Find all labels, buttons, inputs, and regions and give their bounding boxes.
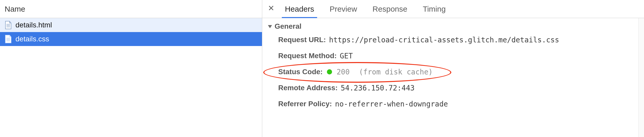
kv-request-method: Request Method: GET — [278, 50, 638, 62]
tab-timing[interactable]: Timing — [415, 0, 453, 18]
request-name: details.css — [15, 35, 49, 43]
kv-value: https://preload-critical-assets.glitch.m… — [329, 36, 559, 44]
requests-list: details.html details.css — [0, 18, 262, 137]
status-dot-icon — [327, 69, 332, 74]
status-code-note: (from disk cache) — [353, 68, 433, 76]
name-column-header: Name — [5, 5, 25, 13]
tab-headers[interactable]: Headers — [277, 0, 322, 18]
kv-key: Status Code: — [278, 68, 323, 76]
requests-list-header[interactable]: Name — [0, 0, 262, 18]
general-kv-list: Request URL: https://preload-critical-as… — [268, 33, 638, 110]
chevron-down-icon — [268, 25, 272, 28]
tab-response[interactable]: Response — [365, 0, 415, 18]
headers-section-body: General Request URL: https://preload-cri… — [262, 18, 644, 137]
request-row-details-css[interactable]: details.css — [0, 32, 262, 46]
kv-referrer-policy: Referrer Policy: no-referrer-when-downgr… — [278, 98, 638, 110]
kv-key: Referrer Policy: — [278, 100, 332, 108]
kv-remote-address: Remote Address: 54.236.150.72:443 — [278, 82, 638, 94]
kv-key: Remote Address: — [278, 84, 338, 92]
requests-list-pane: Name details.html — [0, 0, 262, 137]
kv-value: GET — [340, 52, 353, 60]
tab-label: Response — [372, 5, 407, 13]
tab-label: Preview — [329, 5, 357, 13]
kv-value: 54.236.150.72:443 — [341, 84, 415, 92]
request-name: details.html — [15, 21, 52, 29]
kv-value: no-referrer-when-downgrade — [335, 100, 448, 108]
section-title-label: General — [275, 22, 301, 31]
kv-request-url: Request URL: https://preload-critical-as… — [278, 34, 638, 45]
tab-preview[interactable]: Preview — [322, 0, 365, 18]
file-icon — [5, 21, 12, 29]
devtools-network-panel: Name details.html — [0, 0, 644, 137]
kv-key: Request URL: — [278, 36, 326, 44]
tab-label: Headers — [285, 5, 314, 13]
general-section-toggle[interactable]: General — [268, 22, 638, 33]
file-icon — [5, 35, 12, 43]
request-details-pane: ✕ Headers Preview Response Timing Genera… — [262, 0, 644, 137]
details-tabs-bar: ✕ Headers Preview Response Timing — [262, 0, 644, 18]
kv-status-code: Status Code: 200 (from disk cache) — [278, 66, 638, 78]
status-code-value: 200 — [337, 68, 350, 76]
kv-key: Request Method: — [278, 52, 337, 60]
close-icon[interactable]: ✕ — [265, 0, 277, 18]
request-row-details-html[interactable]: details.html — [0, 18, 262, 32]
scrollbar[interactable] — [638, 18, 644, 137]
tab-label: Timing — [423, 5, 446, 13]
